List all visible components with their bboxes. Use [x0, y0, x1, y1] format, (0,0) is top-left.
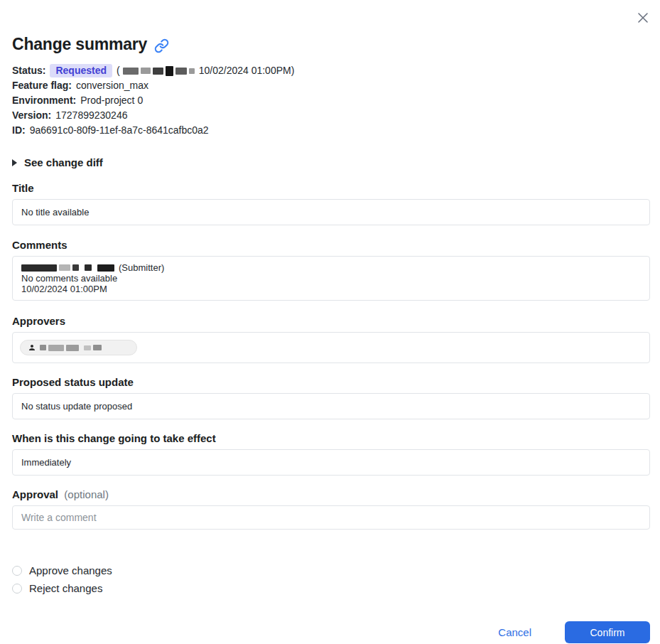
- page-title: Change summary: [12, 35, 147, 54]
- approvers-section-label: Approvers: [12, 315, 650, 327]
- status-paren: (: [117, 63, 120, 78]
- approval-section-label: Approval (optional): [12, 488, 650, 500]
- status-badge: Requested: [50, 64, 112, 77]
- meta-list: Status: Requested ( 10/02/2024 01:00PM) …: [12, 63, 650, 138]
- environment-value: Prod-project 0: [80, 93, 143, 108]
- id-row: ID: 9a6691c0-80f9-11ef-8a7c-8641cafbc0a2: [12, 123, 650, 138]
- proposed-status-field: No status update proposed: [12, 393, 650, 419]
- approval-comment-input[interactable]: [12, 505, 650, 530]
- reject-changes-option[interactable]: Reject changes: [12, 582, 650, 594]
- feature-flag-value: conversion_max: [76, 78, 148, 93]
- approve-radio-label: Approve changes: [29, 564, 112, 576]
- see-change-diff-toggle[interactable]: See change diff: [12, 156, 650, 168]
- approvers-field: [12, 332, 650, 363]
- feature-flag-label: Feature flag:: [12, 78, 72, 93]
- approval-label: Approval: [12, 488, 58, 500]
- proposed-status-value: No status update proposed: [21, 401, 132, 412]
- status-row: Status: Requested ( 10/02/2024 01:00PM): [12, 63, 650, 78]
- id-value: 9a6691c0-80f9-11ef-8a7c-8641cafbc0a2: [30, 123, 209, 138]
- comment-timestamp: 10/02/2024 01:00PM: [21, 284, 641, 294]
- effect-value: Immediately: [21, 457, 71, 468]
- effect-section-label: When is this change going to take effect: [12, 432, 650, 444]
- comment-submitter-line: (Submitter): [21, 262, 641, 273]
- title-field: No title available: [12, 199, 650, 225]
- approval-optional-text: (optional): [64, 488, 109, 500]
- comments-field: (Submitter) No comments available 10/02/…: [12, 256, 650, 301]
- change-summary-modal: Change summary Status: Requested ( 10/02…: [0, 0, 660, 644]
- title-value: No title available: [21, 207, 89, 218]
- redacted-submitter-name: [21, 264, 114, 272]
- comments-section-label: Comments: [12, 239, 650, 251]
- proposed-status-section-label: Proposed status update: [12, 376, 650, 388]
- close-icon[interactable]: [634, 9, 651, 26]
- environment-row: Environment: Prod-project 0: [12, 93, 650, 108]
- see-change-diff-label: See change diff: [24, 156, 103, 168]
- submitter-suffix: (Submitter): [119, 262, 164, 273]
- version-label: Version:: [12, 108, 51, 123]
- approve-changes-option[interactable]: Approve changes: [12, 564, 650, 576]
- cancel-button[interactable]: Cancel: [498, 626, 531, 638]
- version-value: 1727899230246: [55, 108, 127, 123]
- approver-chip[interactable]: [20, 340, 137, 355]
- feature-flag-row: Feature flag: conversion_max: [12, 78, 650, 93]
- version-row: Version: 1727899230246: [12, 108, 650, 123]
- person-icon: [28, 343, 36, 352]
- link-icon[interactable]: [154, 38, 169, 53]
- id-label: ID:: [12, 123, 26, 138]
- modal-header: Change summary: [12, 0, 650, 54]
- status-label: Status:: [12, 63, 45, 78]
- title-section-label: Title: [12, 182, 650, 194]
- reject-radio-icon[interactable]: [12, 584, 22, 594]
- comment-body: No comments available: [21, 273, 641, 284]
- redacted-requester-name: [123, 66, 195, 76]
- modal-footer: Cancel Confirm: [12, 621, 650, 643]
- confirm-button[interactable]: Confirm: [565, 621, 650, 643]
- status-date: 10/02/2024 01:00PM): [199, 63, 295, 78]
- decision-radio-group: Approve changes Reject changes: [12, 564, 650, 594]
- effect-field: Immediately: [12, 449, 650, 476]
- approve-radio-icon[interactable]: [12, 566, 22, 576]
- chevron-right-icon: [12, 159, 17, 166]
- redacted-approver-name: [40, 345, 102, 351]
- environment-label: Environment:: [12, 93, 76, 108]
- reject-radio-label: Reject changes: [29, 582, 102, 594]
